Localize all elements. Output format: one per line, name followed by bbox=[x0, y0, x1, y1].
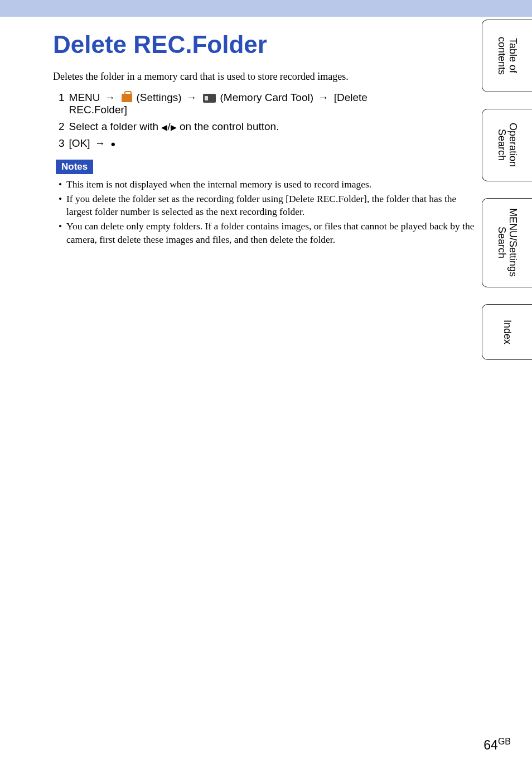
sidebar-nav: Table of contents Operation Search MENU/… bbox=[482, 20, 532, 360]
page-suffix: GB bbox=[498, 737, 511, 746]
center-button-icon bbox=[110, 137, 115, 149]
note-item: This item is not displayed when the inte… bbox=[57, 178, 476, 191]
right-arrow-icon bbox=[171, 121, 177, 132]
step2-before: Select a folder with bbox=[69, 121, 162, 132]
arrow-icon bbox=[316, 92, 331, 103]
step-1: 1 MENU (Settings) (Memory Card Tool) [De… bbox=[59, 92, 476, 116]
arrow-icon bbox=[185, 92, 199, 103]
settings-icon bbox=[122, 94, 132, 102]
memory-card-icon bbox=[203, 94, 216, 103]
arrow-icon bbox=[103, 92, 118, 103]
step-list: 1 MENU (Settings) (Memory Card Tool) [De… bbox=[59, 92, 476, 150]
left-arrow-icon bbox=[161, 121, 167, 132]
intro-text: Deletes the folder in a memory card that… bbox=[53, 71, 476, 83]
nav-tab-index[interactable]: Index bbox=[482, 304, 532, 360]
step-3: 3 [OK] bbox=[59, 137, 476, 150]
step3-ok: [OK] bbox=[69, 137, 90, 149]
arrow-icon bbox=[93, 137, 108, 149]
step1-target-line2: REC.Folder] bbox=[69, 104, 367, 116]
step1-menu: MENU bbox=[69, 92, 100, 103]
page-num-value: 64 bbox=[483, 738, 498, 752]
notes-list: This item is not displayed when the inte… bbox=[53, 178, 476, 246]
nav-tab-menu-settings-search[interactable]: MENU/Settings Search bbox=[482, 198, 532, 287]
main-content: Delete REC.Folder Deletes the folder in … bbox=[0, 17, 532, 246]
step1-target: [Delete bbox=[334, 92, 367, 103]
step-number: 1 bbox=[59, 92, 65, 104]
nav-tab-operation-search[interactable]: Operation Search bbox=[482, 109, 532, 181]
step1-settings-label: (Settings) bbox=[136, 92, 181, 103]
note-item: You can delete only empty folders. If a … bbox=[57, 220, 476, 246]
step1-tool-label: (Memory Card Tool) bbox=[220, 92, 314, 103]
nav-tab-toc[interactable]: Table of contents bbox=[482, 20, 532, 92]
step2-after: on the control button. bbox=[177, 121, 279, 132]
page-title: Delete REC.Folder bbox=[53, 31, 476, 59]
step-number: 2 bbox=[59, 121, 65, 133]
notes-badge: Notes bbox=[56, 160, 93, 174]
page-number: 64GB bbox=[483, 737, 511, 753]
step-2: 2 Select a folder with / on the control … bbox=[59, 121, 476, 133]
step-number: 3 bbox=[59, 137, 65, 150]
note-item: If you delete the folder set as the reco… bbox=[57, 193, 476, 219]
header-bar bbox=[0, 0, 532, 17]
